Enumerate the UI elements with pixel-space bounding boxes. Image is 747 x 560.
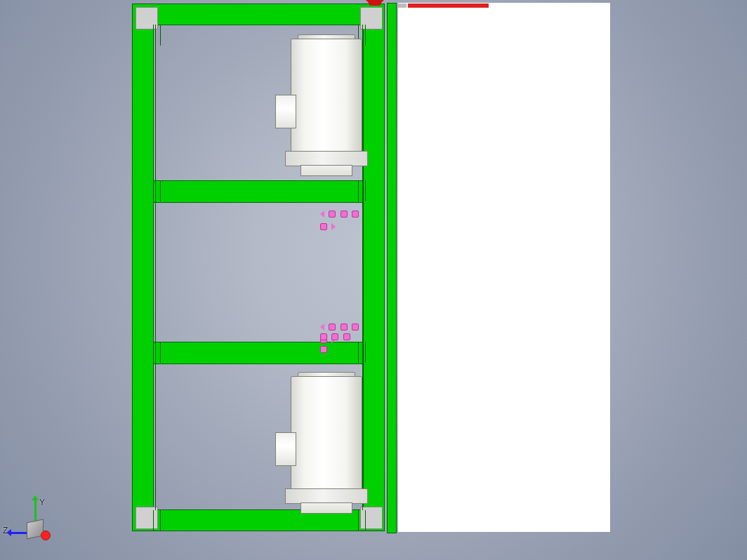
bolt-set-1[interactable] [320,211,362,219]
door-panel[interactable] [398,3,610,532]
axis-x-dot-icon [41,531,51,540]
motor-junction-box [275,432,296,466]
motor-junction-box [275,95,296,128]
bolt-arrow-icon [331,223,336,230]
frame-shelf-2[interactable] [153,342,364,364]
bolt[interactable] [331,333,338,340]
frame-joint [153,25,161,46]
bolt[interactable] [352,324,359,331]
bolt[interactable] [329,211,336,218]
motor-housing [291,376,362,490]
bolt-arrow-icon [320,211,324,218]
frame-joint [358,342,366,363]
motor-base [300,165,352,176]
bolt[interactable] [320,333,327,340]
bolt[interactable] [320,346,327,353]
drop-indicator-icon [369,0,381,6]
axis-y-icon [34,500,37,521]
bolt-set-2b[interactable] [320,333,362,342]
bolt[interactable] [320,223,327,230]
progress-bar [408,4,489,8]
axis-triad[interactable]: Y Z [13,500,62,549]
bolt-arrow-icon [320,324,324,331]
frame-joint [153,510,161,531]
progress-strip [398,4,610,8]
bolt[interactable] [341,211,348,218]
bolt[interactable] [329,324,336,331]
bolt[interactable] [343,333,350,340]
frame-joint [358,510,366,531]
frame-joint [153,342,161,363]
axis-y-label: Y [39,498,45,507]
frame-seam-left [155,25,156,510]
progress-lead [398,4,406,8]
frame-joint [358,180,366,201]
frame-seam-right [362,25,363,510]
frame-joint [153,180,161,201]
frame-shelf-1[interactable] [153,180,364,203]
cad-viewport[interactable]: Y Z [0,0,747,560]
bolt-set-2a[interactable] [320,324,362,332]
motor-housing [291,39,362,152]
side-rail[interactable] [387,3,397,533]
motor-mount-flange [285,488,368,504]
bolt[interactable] [352,211,359,218]
motor-base [300,502,352,514]
bolt[interactable] [341,324,348,331]
motor-mount-flange [285,151,368,166]
axis-z-label: Z [3,526,8,535]
